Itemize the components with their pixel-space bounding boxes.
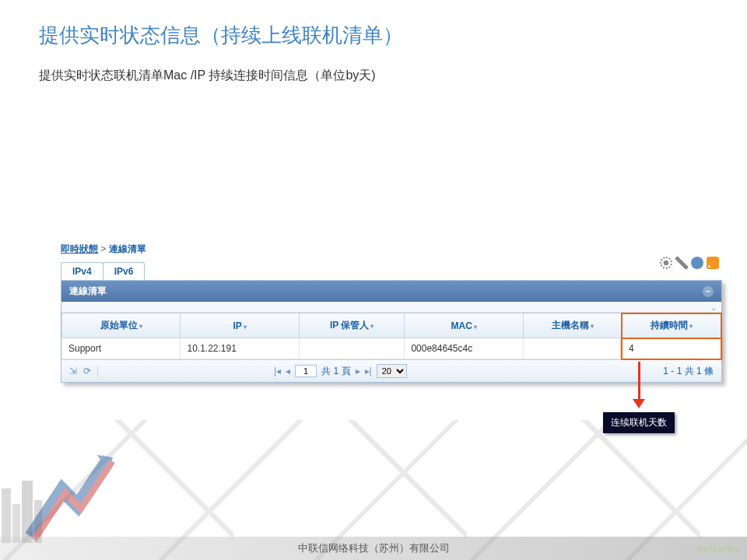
sort-icon: ▾ [370,323,374,330]
sort-icon: ▾ [139,323,142,330]
cell-org: Support [62,338,181,359]
cell-ip: 10.1.22.191 [181,338,299,359]
sort-icon: ▾ [244,324,247,331]
page-size-select[interactable]: 20 [377,364,407,378]
footer-company: 中联信网络科技（苏州）有限公司 [298,541,450,555]
sort-icon: ▾ [474,324,477,331]
footer: 中联信网络科技（苏州）有限公司 mercuries [0,537,747,560]
first-page-icon[interactable]: |◂ [274,366,281,376]
pager: ⇲ ⟳ |◂ ◂ 共 1 頁 ▸ ▸| 20 1 - 1 共 1 條 [61,359,721,382]
page-input[interactable] [295,365,317,377]
pager-display: 1 - 1 共 1 條 [663,365,714,378]
svg-rect-2 [22,481,33,543]
breadcrumb: 即時狀態 > 連線清單 [61,243,722,256]
arrow-decoration [23,451,117,544]
tab-ipv4[interactable]: IPv4 [61,262,103,280]
prev-page-icon[interactable]: ◂ [286,366,290,376]
col-header-mac[interactable]: MAC▾ [405,313,523,338]
table-row[interactable]: Support 10.1.22.191 000e84645c4c 4 [62,338,721,359]
cell-duration: 4 [622,338,721,359]
export-icon[interactable]: ⇲ [69,366,77,376]
svg-rect-0 [2,488,11,543]
panel-title: 連線清單 [69,285,107,298]
page-subtitle: 提供实时状态联机清单Mac /IP 持续连接时间信息（单位by天) [0,49,747,84]
sort-icon: ▾ [689,323,693,330]
next-page-icon[interactable]: ▸ [356,366,360,376]
col-header-ip[interactable]: IP▾ [181,313,299,338]
col-header-duration[interactable]: 持續時間▾ [622,313,721,338]
globe-icon[interactable] [691,257,703,269]
separator [97,366,98,376]
page-title: 提供实时状态信息（持续上线联机清单） [0,0,747,49]
cell-hostname [523,338,622,359]
buildings-decoration [0,465,62,543]
tab-ipv6[interactable]: IPv6 [103,262,146,280]
breadcrumb-separator: > [100,243,106,254]
rss-icon[interactable] [707,257,719,269]
col-header-hostname[interactable]: 主機名稱▾ [523,313,622,338]
wrench-icon[interactable] [675,257,688,269]
refresh-icon[interactable]: ⟳ [83,366,91,376]
search-row: ⌄ [61,302,721,313]
cell-custodian [299,338,405,359]
breadcrumb-current: 連線清單 [109,243,146,254]
chevron-down-icon[interactable]: ⌄ [710,303,717,310]
page-total-label: 共 1 頁 [321,365,350,378]
collapse-icon[interactable]: – [703,286,714,297]
cell-mac: 000e84645c4c [405,338,523,359]
gear-icon[interactable] [660,257,672,269]
callout-label: 连续联机天数 [603,412,675,433]
sort-icon: ▾ [591,323,594,330]
callout-arrow [633,362,645,408]
breadcrumb-link-status[interactable]: 即時狀態 [61,243,98,254]
last-page-icon[interactable]: ▸| [365,366,372,376]
col-header-custodian[interactable]: IP 保管人▾ [299,313,405,338]
footer-logo: mercuries [696,544,741,553]
col-header-org[interactable]: 原始單位▾ [62,313,181,338]
